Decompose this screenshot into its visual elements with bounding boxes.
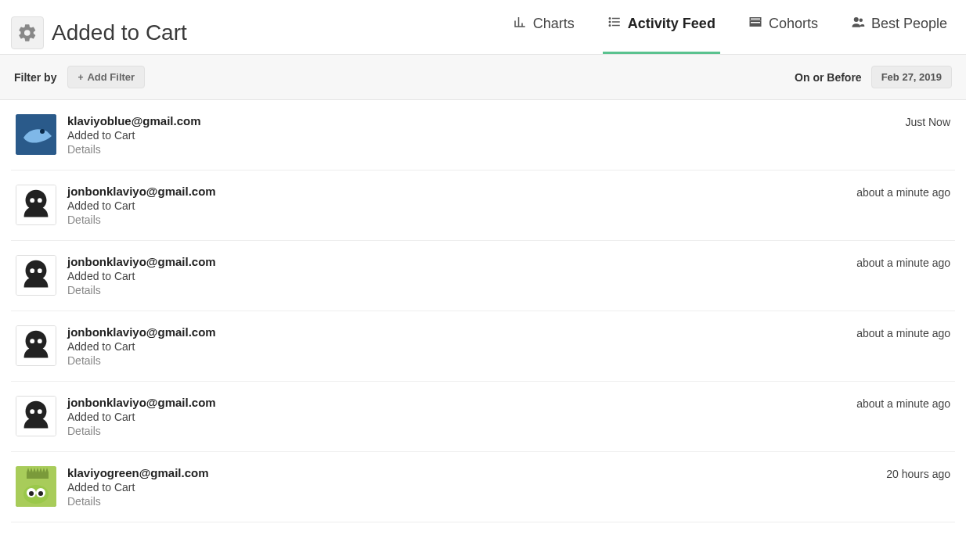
avatar[interactable] xyxy=(16,325,56,366)
feed-timestamp: about a minute ago xyxy=(856,255,950,269)
feed-details-link[interactable]: Details xyxy=(67,143,201,156)
svg-point-5 xyxy=(609,25,611,27)
svg-point-14 xyxy=(38,198,42,203)
svg-rect-8 xyxy=(750,25,761,27)
svg-point-3 xyxy=(609,18,611,20)
nav-cohorts[interactable]: Cohorts xyxy=(744,7,823,54)
feed-timestamp: about a minute ago xyxy=(856,325,950,339)
page-title: Added to Cart xyxy=(52,20,187,45)
feed-details-link[interactable]: Details xyxy=(67,354,216,367)
svg-point-16 xyxy=(30,268,34,273)
feed-timestamp: about a minute ago xyxy=(856,185,950,199)
nav-label: Charts xyxy=(533,16,575,32)
feed-email[interactable]: klaviyogreen@gmail.com xyxy=(67,466,209,479)
feed-item: jonbonklaviyo@gmail.com Added to Cart De… xyxy=(11,241,955,311)
nav-activity-feed[interactable]: Activity Feed xyxy=(603,7,720,54)
feed-action: Added to Cart xyxy=(67,411,216,423)
gear-icon xyxy=(11,16,44,49)
svg-point-13 xyxy=(30,198,34,203)
svg-point-19 xyxy=(30,339,34,343)
feed-email[interactable]: klaviyoblue@gmail.com xyxy=(67,114,201,127)
svg-point-9 xyxy=(854,17,859,22)
feed-details-link[interactable]: Details xyxy=(67,214,216,226)
svg-point-4 xyxy=(609,21,611,23)
people-icon xyxy=(851,15,865,33)
svg-point-23 xyxy=(38,409,42,414)
feed-details-link[interactable]: Details xyxy=(67,495,209,508)
nav-label: Activity Feed xyxy=(628,16,715,32)
nav-label: Best People xyxy=(871,16,947,32)
filter-by-label: Filter by xyxy=(14,71,56,84)
svg-point-11 xyxy=(40,129,45,134)
feed-item: jonbonklaviyo@gmail.com Added to Cart De… xyxy=(11,311,955,382)
header-left: Added to Cart xyxy=(11,16,187,49)
feed-email[interactable]: jonbonklaviyo@gmail.com xyxy=(67,325,216,339)
svg-point-22 xyxy=(30,409,34,414)
nav-charts[interactable]: Charts xyxy=(508,7,579,54)
feed-action: Added to Cart xyxy=(67,129,201,142)
feed-email[interactable]: jonbonklaviyo@gmail.com xyxy=(67,255,216,268)
avatar[interactable] xyxy=(16,185,56,225)
feed-item: klaviyogreen@gmail.com Added to Cart Det… xyxy=(11,452,955,522)
feed-action: Added to Cart xyxy=(67,340,216,353)
svg-point-17 xyxy=(38,268,42,273)
feed-action: Added to Cart xyxy=(67,199,216,212)
plus-icon: + xyxy=(77,72,83,83)
filter-bar: Filter by + Add Filter On or Before Feb … xyxy=(0,55,966,100)
top-nav: Charts Activity Feed Cohorts Best People xyxy=(508,11,952,54)
date-picker-button[interactable]: Feb 27, 2019 xyxy=(871,66,952,88)
feed-action: Added to Cart xyxy=(67,481,209,494)
filter-right: On or Before Feb 27, 2019 xyxy=(795,66,952,88)
feed-item: jonbonklaviyo@gmail.com Added to Cart De… xyxy=(11,171,955,241)
avatar[interactable] xyxy=(16,396,56,436)
svg-point-10 xyxy=(859,19,863,23)
avatar[interactable] xyxy=(16,466,56,507)
feed-details-link[interactable]: Details xyxy=(67,284,216,296)
list-icon xyxy=(607,15,622,33)
feed-item: jonbonklaviyo@gmail.com Added to Cart De… xyxy=(11,382,955,452)
filter-left: Filter by + Add Filter xyxy=(14,66,145,88)
date-value: Feb 27, 2019 xyxy=(881,71,942,83)
activity-feed-list: klaviyoblue@gmail.com Added to Cart Deta… xyxy=(0,100,966,522)
avatar[interactable] xyxy=(16,114,56,155)
feed-timestamp: 20 hours ago xyxy=(886,466,950,480)
feed-action: Added to Cart xyxy=(67,270,216,282)
feed-email[interactable]: jonbonklaviyo@gmail.com xyxy=(67,185,216,198)
date-range-label: On or Before xyxy=(795,71,862,84)
layers-icon xyxy=(748,15,762,33)
add-filter-label: Add Filter xyxy=(87,71,135,83)
svg-point-20 xyxy=(38,339,42,343)
svg-point-28 xyxy=(29,491,34,496)
avatar[interactable] xyxy=(16,255,56,296)
feed-email[interactable]: jonbonklaviyo@gmail.com xyxy=(67,396,216,409)
add-filter-button[interactable]: + Add Filter xyxy=(67,66,145,88)
feed-timestamp: about a minute ago xyxy=(856,396,950,410)
nav-label: Cohorts xyxy=(769,16,818,32)
chart-bar-icon xyxy=(513,15,527,33)
feed-item: klaviyoblue@gmail.com Added to Cart Deta… xyxy=(11,100,955,171)
svg-rect-6 xyxy=(750,18,761,20)
nav-best-people[interactable]: Best People xyxy=(846,7,952,54)
feed-timestamp: Just Now xyxy=(905,114,950,128)
svg-point-29 xyxy=(38,491,43,496)
svg-rect-7 xyxy=(750,21,761,23)
feed-details-link[interactable]: Details xyxy=(67,425,216,437)
page-header: Added to Cart Charts Activity Feed Cohor… xyxy=(0,0,966,55)
